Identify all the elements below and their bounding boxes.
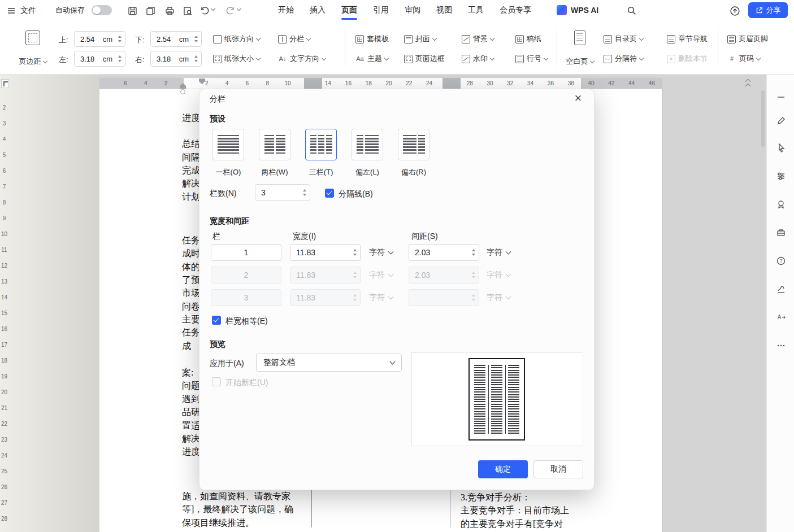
background-button[interactable]: 背景 [459, 32, 497, 46]
column-spacing-input[interactable]: 2.03 [409, 244, 479, 261]
dialog-title: 分栏 [210, 94, 225, 104]
spinner-arrows[interactable] [303, 189, 306, 196]
hamburger-icon[interactable] [6, 5, 17, 16]
help-icon[interactable]: ? [773, 253, 789, 269]
separator-line-checkbox[interactable] [325, 189, 334, 198]
spinner-arrows[interactable] [472, 249, 475, 256]
redo-dropdown-icon[interactable] [237, 6, 241, 11]
ruler-number: 27 [0, 500, 8, 506]
print-preview-icon[interactable] [182, 5, 193, 16]
page-margin-button[interactable]: 页边距 [16, 30, 50, 67]
margin-right-input[interactable]: 3.18cm [150, 51, 202, 67]
margin-bottom-input[interactable]: 2.54cm [150, 31, 202, 47]
template-button[interactable]: 套模板 [353, 32, 392, 46]
presets-label: 预设 [210, 114, 225, 124]
seal-icon[interactable] [773, 197, 789, 212]
line-number-button[interactable]: 行号 [513, 51, 550, 66]
wps-ai-icon[interactable] [557, 5, 567, 15]
more-icon[interactable] [773, 338, 789, 354]
tab-页面[interactable]: 页面 [333, 0, 365, 20]
select-cursor-icon[interactable] [773, 140, 789, 156]
chapter-nav-button[interactable]: 章节导航 [664, 32, 710, 46]
spinner-arrows[interactable] [353, 249, 357, 256]
equal-width-checkbox[interactable] [212, 316, 221, 325]
column-width-input[interactable]: 11.83 [290, 244, 361, 261]
preset-three-columns[interactable] [305, 129, 337, 160]
close-icon[interactable]: × [571, 90, 585, 106]
wps-ai-label[interactable]: WPS AI [571, 0, 598, 20]
adjust-sliders-icon[interactable] [773, 168, 789, 184]
page-number-button[interactable]: #页码 [724, 51, 763, 66]
ruler-corner-icon[interactable] [1, 79, 9, 88]
tab-会员专享[interactable]: 会员专享 [492, 0, 539, 20]
column-index-input[interactable]: 1 [211, 244, 281, 261]
toc-page-button[interactable]: 目录页 [601, 32, 646, 46]
edit-pen-icon[interactable] [773, 113, 789, 129]
search-icon[interactable] [626, 5, 637, 16]
ruler-number: 3 [0, 120, 8, 127]
tab-开始[interactable]: 开始 [270, 0, 302, 20]
signature-icon[interactable] [773, 281, 789, 297]
paper-orientation-button[interactable]: 纸张方向 [210, 32, 263, 46]
spacing-unit-select[interactable]: 字符 [487, 244, 510, 261]
left-indent-marker[interactable] [180, 89, 185, 94]
apply-to-select[interactable]: 整篇文档 [256, 354, 402, 372]
page-margin-icon [25, 30, 40, 45]
cancel-button[interactable]: 取消 [533, 460, 583, 478]
column-count-input[interactable]: 3 [255, 184, 310, 201]
ruler-column-gap [442, 78, 461, 89]
preset-two-columns[interactable] [259, 129, 290, 160]
blank-page-button[interactable]: 空白页 [562, 30, 597, 67]
preview-section-label: 预览 [210, 339, 225, 350]
watermark-button[interactable]: 水印 [459, 51, 497, 66]
start-new-column-label: 开始新栏(U) [225, 378, 268, 388]
ruler-number: 46 [647, 78, 656, 89]
width-spacing-section-label: 宽度和间距 [210, 216, 249, 226]
paper-grid-button[interactable]: 稿纸 [513, 32, 544, 46]
preset-left-offset[interactable] [352, 129, 383, 160]
spinner-arrows[interactable] [118, 36, 122, 42]
ok-button[interactable]: 确定 [478, 460, 528, 478]
text-direction-button[interactable]: A↓文字方向 [275, 51, 328, 66]
paper-orientation-icon [213, 35, 222, 43]
upload-icon[interactable] [729, 5, 740, 16]
paper-size-button[interactable]: 纸张大小 [210, 51, 263, 66]
spinner-arrows[interactable] [118, 55, 122, 62]
spinner-arrows[interactable] [194, 55, 198, 62]
text-scale-icon[interactable]: A [773, 309, 789, 325]
file-menu[interactable]: 文件 [20, 0, 36, 20]
margin-left-input[interactable]: 3.18cm [74, 51, 125, 67]
tab-插入[interactable]: 插入 [302, 0, 333, 20]
tab-视图[interactable]: 视图 [428, 0, 460, 20]
preset-one-column[interactable] [212, 129, 244, 160]
hide-toolbar-icon[interactable] [773, 89, 789, 105]
ruler-number: 14 [324, 78, 333, 89]
width-unit-select[interactable]: 字符 [369, 244, 393, 261]
margin-top-input[interactable]: 2.54cm [74, 31, 125, 47]
cover-button[interactable]: 封面 [401, 32, 439, 46]
ruler-number: 11 [0, 247, 8, 253]
margin-right-label: 右: [135, 55, 145, 65]
tab-引用[interactable]: 引用 [365, 0, 397, 20]
header-footer-button[interactable]: 页眉页脚 [724, 32, 771, 46]
autosave-toggle[interactable] [92, 5, 112, 15]
share-button[interactable]: 分享 [748, 2, 788, 18]
separator-button[interactable]: 分隔符 [601, 51, 646, 66]
spinner-arrows[interactable] [194, 36, 198, 42]
print-icon[interactable] [164, 5, 175, 16]
undo-icon[interactable] [199, 5, 210, 16]
ruler-number: 28 [465, 78, 474, 89]
collapse-icon[interactable] [746, 80, 750, 88]
preset-right-offset[interactable] [398, 129, 429, 160]
tab-工具[interactable]: 工具 [460, 0, 492, 20]
tab-审阅[interactable]: 审阅 [397, 0, 428, 20]
save-icon[interactable] [127, 5, 138, 16]
redo-icon[interactable] [225, 5, 236, 16]
export-icon[interactable] [145, 5, 156, 16]
toolbox-icon[interactable] [773, 225, 789, 241]
undo-dropdown-icon[interactable] [211, 6, 215, 11]
theme-button[interactable]: Aa主题 [353, 51, 391, 66]
columns-button[interactable]: 分栏 [275, 32, 313, 46]
vertical-scrollbar[interactable] [761, 90, 765, 147]
page-border-button[interactable]: 页面边框 [401, 51, 448, 66]
